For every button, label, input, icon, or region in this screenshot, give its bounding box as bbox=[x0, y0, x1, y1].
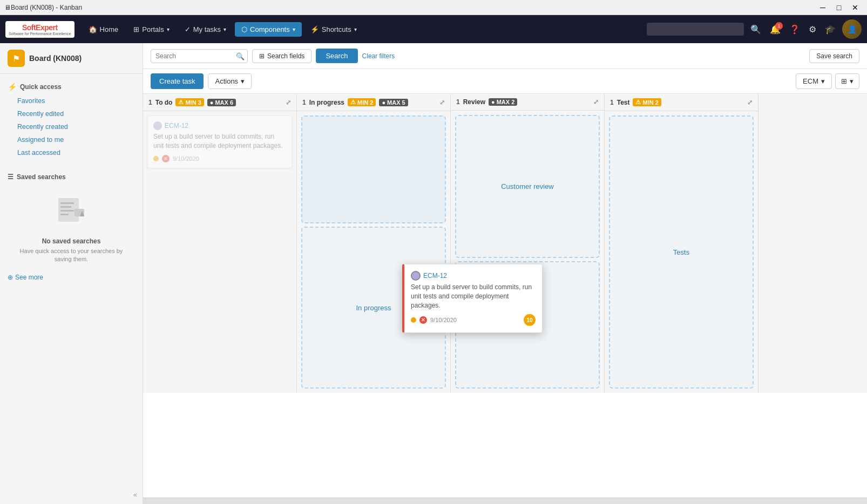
plus-icon: ⊕ bbox=[8, 274, 13, 281]
search-icon: 🔍 bbox=[236, 52, 245, 60]
column-body-test: Tests bbox=[605, 111, 758, 393]
kanban-column-todo: 1 To do ⚠ MIN 3 ● MAX 6 ⤢ bbox=[143, 94, 297, 393]
list-icon: ☰ bbox=[8, 173, 13, 181]
settings-button[interactable]: ⚙ bbox=[807, 22, 818, 37]
logo-box: SoftExpert Software for Performance Exce… bbox=[5, 21, 74, 38]
kanban-column-test: 1 Test ⚠ MIN 2 ⤢ Tests bbox=[605, 94, 758, 393]
clear-filters-button[interactable]: Clear filters bbox=[362, 52, 395, 60]
max-badge-review: ● MAX 2 bbox=[489, 98, 517, 106]
priority-dot bbox=[411, 317, 416, 323]
no-searches-desc: Have quick access to your searches by sa… bbox=[13, 247, 130, 264]
kanban-column-inprogress: 1 In progress ⚠ MIN 2 ● MAX 5 ⤢ bbox=[297, 94, 451, 393]
column-header-inprogress: 1 In progress ⚠ MIN 2 ● MAX 5 ⤢ bbox=[297, 94, 450, 111]
column-header-test: 1 Test ⚠ MIN 2 ⤢ bbox=[605, 94, 758, 111]
nav-home[interactable]: 🏠 Home bbox=[82, 22, 125, 37]
avatar[interactable]: 👤 bbox=[842, 19, 862, 39]
content-area: 🔍 ⊞ Search fields Search Clear filters S… bbox=[143, 43, 867, 504]
sidebar-item-favorites[interactable]: Favorites bbox=[0, 94, 143, 107]
card-footer: ✕ 9/10/2020 bbox=[153, 155, 286, 162]
expand-icon[interactable]: ⤢ bbox=[286, 99, 291, 106]
create-task-button[interactable]: Create task bbox=[151, 73, 204, 89]
kanban-card-ghost[interactable]: ECM-12 Set up a build server to build co… bbox=[147, 115, 292, 168]
card-id: ECM-12 bbox=[153, 121, 286, 130]
expand-icon[interactable]: ⤢ bbox=[593, 98, 599, 106]
grid-icon: ⊞ bbox=[841, 77, 847, 85]
svg-rect-4 bbox=[60, 214, 69, 215]
sidebar-item-last-accessed[interactable]: Last accessed bbox=[0, 146, 143, 159]
tasks-icon: ✓ bbox=[185, 25, 191, 33]
help-button[interactable]: ❓ bbox=[787, 22, 802, 37]
placeholder-icon bbox=[54, 193, 89, 233]
floating-card-desc: Set up a build server to build commits, … bbox=[411, 283, 536, 310]
minimize-button[interactable]: ─ bbox=[815, 2, 830, 13]
min-badge-todo: ⚠ MIN 3 bbox=[175, 98, 204, 106]
svg-rect-3 bbox=[60, 210, 74, 212]
saved-searches-header[interactable]: ☰ Saved searches bbox=[8, 170, 135, 184]
column-body-review: Customer review Review bbox=[451, 111, 604, 393]
shortcuts-icon: ⚡ bbox=[310, 25, 319, 33]
title-bar-icon: 🖥 bbox=[4, 4, 11, 11]
delete-icon: ✕ bbox=[162, 155, 170, 162]
close-button[interactable]: ✕ bbox=[848, 2, 863, 13]
notifications-button[interactable]: 🔔 1 bbox=[768, 22, 783, 37]
sidebar: ⚑ Board (KN008) ⚡ Quick access Favorites… bbox=[0, 43, 143, 504]
lightning-icon: ⚡ bbox=[8, 83, 17, 91]
expand-icon[interactable]: ⤢ bbox=[747, 99, 753, 106]
kanban-board: 1 To do ⚠ MIN 3 ● MAX 6 ⤢ bbox=[143, 94, 867, 393]
drop-zone-tests[interactable]: Tests bbox=[609, 115, 754, 389]
floating-card-id: ECM-12 bbox=[411, 271, 536, 281]
card-type-icon bbox=[411, 271, 421, 281]
portals-icon: ⊞ bbox=[133, 25, 139, 33]
no-searches-placeholder: No saved searches Have quick access to y… bbox=[8, 184, 135, 269]
maximize-button[interactable]: □ bbox=[831, 2, 846, 13]
max-badge-inprogress: ● MAX 5 bbox=[379, 99, 408, 106]
sidebar-header: ⚑ Board (KN008) bbox=[0, 43, 143, 74]
svg-rect-2 bbox=[60, 206, 71, 208]
chevron-down-icon: ▾ bbox=[241, 77, 245, 85]
sidebar-item-recently-created[interactable]: Recently created bbox=[0, 120, 143, 133]
chevron-down-icon: ▾ bbox=[850, 77, 854, 85]
kanban-wrapper: 1 To do ⚠ MIN 3 ● MAX 6 ⤢ bbox=[143, 94, 867, 498]
drop-zone-top-inprogress[interactable] bbox=[301, 115, 446, 223]
save-search-button[interactable]: Save search bbox=[809, 49, 859, 63]
floating-card-footer: ✕ 9/10/2020 10 bbox=[411, 314, 536, 326]
status-icon: ✕ bbox=[419, 316, 427, 324]
nav-components[interactable]: ⬡ Components ▾ bbox=[235, 22, 302, 37]
filter-search-input[interactable] bbox=[151, 49, 248, 63]
sidebar-item-recently-edited[interactable]: Recently edited bbox=[0, 107, 143, 120]
view-toggle-button[interactable]: ⊞ ▾ bbox=[835, 73, 859, 89]
column-body-todo: ECM-12 Set up a build server to build co… bbox=[143, 111, 296, 393]
drop-zone-customer-review[interactable]: Customer review bbox=[455, 115, 600, 258]
actions-button[interactable]: Actions ▾ bbox=[208, 73, 252, 89]
min-badge-test: ⚠ MIN 2 bbox=[633, 98, 661, 106]
min-badge-inprogress: ⚠ MIN 2 bbox=[348, 98, 376, 106]
learning-button[interactable]: 🎓 bbox=[823, 22, 838, 37]
main-layout: ⚑ Board (KN008) ⚡ Quick access Favorites… bbox=[0, 43, 867, 504]
nav-right: 🔍 🔔 1 ❓ ⚙ 🎓 👤 bbox=[647, 19, 862, 39]
chevron-down-icon: ▾ bbox=[167, 26, 170, 32]
ecm-filter-button[interactable]: ECM ▾ bbox=[796, 73, 832, 89]
user-avatar: 10 bbox=[524, 314, 536, 326]
nav-portals[interactable]: ⊞ Portals ▾ bbox=[127, 22, 175, 37]
sidebar-collapse-button[interactable]: « bbox=[0, 485, 143, 504]
floating-card[interactable]: ECM-12 Set up a build server to build co… bbox=[402, 264, 543, 333]
max-badge-todo: ● MAX 6 bbox=[207, 99, 236, 106]
search-icon-button[interactable]: 🔍 bbox=[748, 22, 763, 37]
global-search-input[interactable] bbox=[647, 23, 744, 36]
nav-shortcuts[interactable]: ⚡ Shortcuts ▾ bbox=[304, 22, 363, 37]
sidebar-item-assigned-to-me[interactable]: Assigned to me bbox=[0, 133, 143, 146]
horizontal-scrollbar[interactable] bbox=[143, 498, 867, 504]
see-more-button[interactable]: ⊕ See more bbox=[0, 269, 143, 285]
chevron-down-icon: ▾ bbox=[293, 26, 295, 32]
quick-access-section: ⚡ Quick access Favorites Recently edited… bbox=[0, 74, 143, 165]
chevron-down-icon: ▾ bbox=[223, 26, 226, 32]
action-bar-right: ECM ▾ ⊞ ▾ bbox=[796, 73, 859, 89]
search-button[interactable]: Search bbox=[316, 49, 357, 63]
nav-my-tasks[interactable]: ✓ My tasks ▾ bbox=[178, 22, 233, 37]
expand-icon[interactable]: ⤢ bbox=[439, 99, 445, 106]
saved-searches-section: ☰ Saved searches No saved searches bbox=[0, 165, 143, 269]
search-fields-button[interactable]: ⊞ Search fields bbox=[252, 49, 311, 63]
quick-access-header[interactable]: ⚡ Quick access bbox=[0, 79, 143, 94]
home-icon: 🏠 bbox=[89, 25, 97, 33]
chevron-down-icon: ▾ bbox=[354, 26, 357, 32]
